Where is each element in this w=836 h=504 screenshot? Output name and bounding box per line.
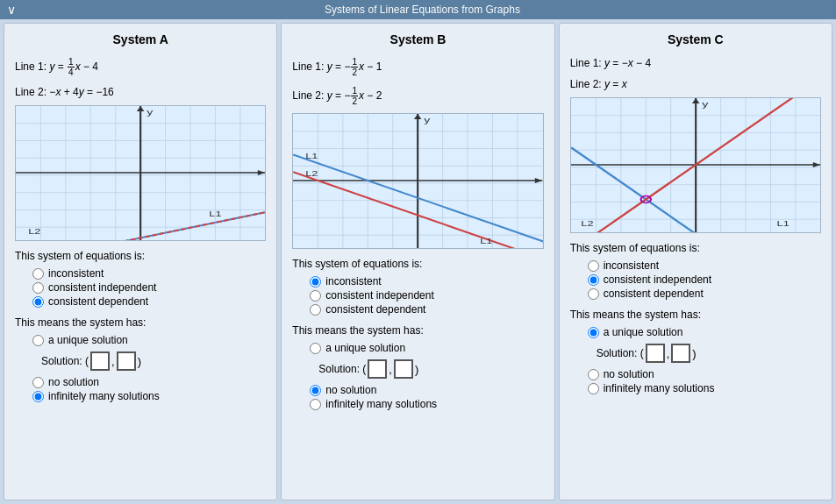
system-panel-c: System C Line 1: y = −x − 4 Line 2: y = … [559,23,832,500]
system-a-option-consistent-dependent[interactable]: consistent dependent [32,295,266,308]
svg-text:y: y [146,107,154,117]
system-c-no-solution[interactable]: no solution [588,368,821,380]
system-c-equations-label: This system of equations is: [570,242,821,254]
system-b-option-consistent-independent[interactable]: consistent independent [310,289,543,302]
system-c-sol-box-2[interactable] [671,344,690,363]
svg-text:L2: L2 [581,219,593,228]
svg-text:L2: L2 [306,169,318,178]
system-c-unique-option[interactable]: a unique solution [588,326,683,338]
svg-text:y: y [702,99,709,109]
system-b-inf-solution[interactable]: infinitely many solutions [310,398,543,410]
system-a-bottom-radios: no solution infinitely many solutions [32,376,266,402]
system-a-option-inconsistent[interactable]: inconsistent [32,267,266,280]
system-a-sol-box-1[interactable] [90,351,110,371]
system-a-title: System A [15,32,266,46]
system-b-line2: Line 2: y = −12x − 2 [292,86,543,106]
system-a-graph: y L1 L2 [15,105,266,241]
top-bar-title: Systems of Linear Equations from Graphs [325,4,520,16]
system-b-title: System B [292,32,543,46]
system-c-title: System C [570,32,821,46]
svg-text:L1: L1 [481,237,493,245]
system-b-solution-label: Solution: ( [318,363,366,375]
system-b-graph: y L2 L1 L1 [292,113,543,249]
system-c-means-label: This means the system has: [570,309,821,321]
system-b-solution-boxes: Solution: ( , ) [318,359,543,379]
svg-text:L1: L1 [209,209,221,218]
system-a-line2: Line 2: −x + 4y = −16 [15,86,266,98]
system-c-unique-row: a unique solution [588,326,821,338]
system-b-bottom-radios: no solution infinitely many solutions [310,384,543,410]
svg-text:L1: L1 [306,152,318,160]
system-c-solution-label: Solution: ( [597,347,644,359]
svg-text:y: y [425,115,432,124]
system-b-equations-label: This system of equations is: [292,258,543,270]
system-a-solution-boxes: Solution: ( , ) [41,351,266,371]
chevron-icon[interactable]: ∨ [7,3,16,17]
system-c-sol-box-1[interactable] [646,344,665,363]
top-bar: ∨ Systems of Linear Equations from Graph… [0,0,836,19]
system-c-option-consistent-dependent[interactable]: consistent dependent [588,287,821,300]
system-a-line1: Line 1: y = 14x − 4 [15,57,266,77]
system-b-unique-row: a unique solution [310,342,543,354]
system-a-no-solution[interactable]: no solution [32,376,266,388]
system-c-solution-boxes: Solution: ( , ) [597,344,821,363]
system-a-radio-group: inconsistent consistent independent cons… [32,267,266,308]
system-c-inf-solution[interactable]: infinitely many solutions [588,382,821,394]
system-a-means-label: This means the system has: [15,316,266,329]
main-container: System A Line 1: y = 14x − 4 Line 2: −x … [0,19,836,504]
system-a-unique-option[interactable]: a unique solution [32,334,128,346]
system-b-radio-group: inconsistent consistent independent cons… [310,275,543,316]
system-c-radio-group: inconsistent consistent independent cons… [588,259,821,300]
system-panel-b: System B Line 1: y = −12x − 1 Line 2: y … [281,23,554,500]
system-b-sol-box-1[interactable] [368,359,387,379]
svg-text:L2: L2 [28,227,40,236]
system-c-line2: Line 2: y = x [570,78,821,90]
system-a-unique-row: a unique solution [32,334,266,346]
system-c-option-consistent-independent[interactable]: consistent independent [588,273,821,286]
system-b-sol-box-2[interactable] [394,359,413,379]
system-c-option-inconsistent[interactable]: inconsistent [588,259,821,272]
system-a-option-consistent-independent[interactable]: consistent independent [32,281,266,294]
system-b-unique-option[interactable]: a unique solution [310,342,405,354]
system-b-no-solution[interactable]: no solution [310,384,543,396]
svg-text:L1: L1 [776,219,789,228]
system-c-graph: y L2 L1 [570,97,821,233]
system-a-solution-label: Solution: ( [41,355,89,367]
system-b-option-consistent-dependent[interactable]: consistent dependent [310,303,543,316]
system-b-option-inconsistent[interactable]: inconsistent [310,275,543,287]
system-b-means-label: This means the system has: [292,324,543,337]
system-b-line1: Line 1: y = −12x − 1 [292,57,543,77]
system-c-bottom-radios: no solution infinitely many solutions [588,368,821,394]
system-a-equations-label: This system of equations is: [15,250,266,262]
system-a-inf-solution[interactable]: infinitely many solutions [32,390,266,402]
system-panel-a: System A Line 1: y = 14x − 4 Line 2: −x … [4,23,277,500]
system-c-line1: Line 1: y = −x − 4 [570,57,821,69]
system-a-sol-box-2[interactable] [117,351,136,371]
